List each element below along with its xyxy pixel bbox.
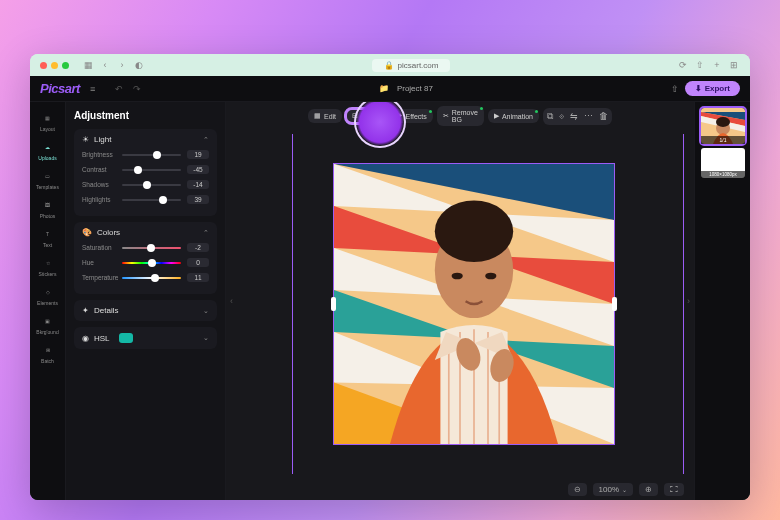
browser-window: ▦ ‹ › ◐ 🔒 picsart.com ⟳ ⇧ + ⊞ Picsart ≡ …	[30, 54, 750, 500]
resize-handle-right[interactable]	[612, 297, 617, 311]
section-details[interactable]: ✦ Details ⌄	[74, 300, 217, 321]
slider-saturation[interactable]: Saturation -2	[82, 243, 209, 252]
undo-icon[interactable]: ↶	[115, 84, 123, 94]
hsl-badge	[119, 333, 133, 343]
canvas-image	[334, 164, 614, 444]
tabs-icon[interactable]: ⊞	[728, 59, 740, 71]
zoom-level[interactable]: 100% ⌄	[593, 483, 633, 496]
canvas-area: ▦Edit ⊟Adjust ✦Effects ✂Remove BG ▶Anima…	[226, 102, 694, 500]
section-colors: 🎨 Colors ⌃ Saturation -2 Hue	[74, 222, 217, 294]
more-icon[interactable]: ⋯	[584, 111, 593, 122]
guide-left	[292, 134, 293, 474]
canvas-prev-icon[interactable]: ‹	[228, 288, 235, 314]
zoom-in-button[interactable]: ⊕	[639, 483, 658, 496]
section-hsl[interactable]: ◉ HSL ⌄	[74, 327, 217, 349]
traffic-lights[interactable]	[40, 62, 69, 69]
slider-hue[interactable]: Hue 0	[82, 258, 209, 267]
tool-transform-group: ⧉ ⟐ ⇋ ⋯ 🗑	[543, 108, 612, 125]
share-icon[interactable]: ⇧	[694, 59, 706, 71]
folder-icon: 📁	[379, 84, 389, 93]
contextual-toolbar: ▦Edit ⊟Adjust ✦Effects ✂Remove BG ▶Anima…	[308, 106, 612, 126]
tool-animation[interactable]: ▶Animation	[488, 109, 539, 123]
sparkle-icon: ✦	[82, 306, 89, 315]
tool-edit[interactable]: ▦Edit	[308, 109, 342, 123]
url-host: picsart.com	[398, 61, 439, 70]
layer-thumb-1[interactable]: 1/1	[701, 108, 745, 144]
project-name[interactable]: Project 87	[397, 84, 433, 93]
layer-thumb-blank[interactable]: 1080×1080px	[701, 148, 745, 178]
canvas-bottom-bar: ⊖ 100% ⌄ ⊕ ⛶	[568, 483, 684, 496]
rail-item-templates[interactable]: ▭Templates	[33, 166, 63, 193]
zoom-out-button[interactable]: ⊖	[568, 483, 587, 496]
shield-icon[interactable]: ◐	[133, 59, 145, 71]
svg-point-12	[485, 273, 496, 280]
sidebar-toggle-icon[interactable]: ▦	[82, 59, 94, 71]
lock-icon: 🔒	[384, 61, 394, 70]
refresh-icon[interactable]: ⟳	[677, 59, 689, 71]
redo-icon[interactable]: ↷	[133, 84, 141, 94]
rail-item-elements[interactable]: ◇Elements	[33, 282, 63, 309]
slider-shadows[interactable]: Shadows -14	[82, 180, 209, 189]
app-topbar: Picsart ≡ ↶ ↷ 📁 Project 87 ⇧ ⬇ Export	[30, 76, 750, 102]
resize-handle-left[interactable]	[331, 297, 336, 311]
rail-item-stickers[interactable]: ☆Stickers	[33, 253, 63, 280]
sun-icon: ☀	[82, 135, 89, 144]
menu-icon[interactable]: ≡	[90, 84, 95, 94]
duplicate-icon[interactable]: ⧉	[547, 111, 553, 122]
tool-effects[interactable]: ✦Effects	[391, 109, 433, 123]
guide-right	[683, 134, 684, 474]
section-light: ☀ Light ⌃ Brightness 19 Contrast	[74, 129, 217, 216]
download-icon: ⬇	[695, 84, 702, 93]
rail-item-batch[interactable]: ⊞Batch	[33, 340, 63, 367]
canvas-next-icon[interactable]: ›	[685, 288, 692, 314]
adjustment-panel: Adjustment ☀ Light ⌃ Brightness 19	[66, 102, 226, 500]
chevron-up-icon: ⌃	[203, 136, 209, 144]
section-head-colors[interactable]: 🎨 Colors ⌃	[82, 228, 209, 237]
section-head-light[interactable]: ☀ Light ⌃	[82, 135, 209, 144]
tool-removebg[interactable]: ✂Remove BG	[437, 106, 484, 126]
slider-temperature[interactable]: Temperature 11	[82, 273, 209, 282]
app-main: ▦Layout ☁Uploads ▭Templates 🖼Photos TTex…	[30, 102, 750, 500]
panel-title: Adjustment	[74, 110, 217, 121]
left-icon-rail: ▦Layout ☁Uploads ▭Templates 🖼Photos TTex…	[30, 102, 66, 500]
palette-icon: 🎨	[82, 228, 92, 237]
brand-logo[interactable]: Picsart	[40, 81, 80, 96]
artboard[interactable]	[334, 164, 614, 444]
rail-item-photos[interactable]: 🖼Photos	[33, 195, 63, 222]
svg-point-11	[452, 273, 463, 280]
chevron-down-icon: ⌄	[203, 307, 209, 315]
browser-toolbar: ▦ ‹ › ◐ 🔒 picsart.com ⟳ ⇧ + ⊞	[30, 54, 750, 76]
rail-item-text[interactable]: TText	[33, 224, 63, 251]
new-tab-icon[interactable]: +	[711, 59, 723, 71]
chevron-down-icon: ⌄	[203, 334, 209, 342]
svg-point-25	[716, 117, 730, 127]
crop-icon[interactable]: ⟐	[559, 111, 564, 122]
rail-item-layout[interactable]: ▦Layout	[33, 108, 63, 135]
slider-brightness[interactable]: Brightness 19	[82, 150, 209, 159]
fit-screen-button[interactable]: ⛶	[664, 483, 684, 496]
share-app-icon[interactable]: ⇧	[671, 84, 679, 94]
nav-forward-icon[interactable]: ›	[116, 59, 128, 71]
flip-icon[interactable]: ⇋	[570, 111, 578, 122]
slider-contrast[interactable]: Contrast -45	[82, 165, 209, 174]
hsl-icon: ◉	[82, 334, 89, 343]
chevron-down-icon: ⌄	[622, 486, 627, 493]
chevron-up-icon: ⌃	[203, 229, 209, 237]
export-button[interactable]: ⬇ Export	[685, 81, 740, 96]
picsart-app: Picsart ≡ ↶ ↷ 📁 Project 87 ⇧ ⬇ Export	[30, 76, 750, 500]
address-bar[interactable]: 🔒 picsart.com	[150, 59, 672, 72]
delete-icon[interactable]: 🗑	[599, 111, 608, 122]
rail-item-background[interactable]: ▣Bkrg'ound	[33, 311, 63, 338]
rail-item-uploads[interactable]: ☁Uploads	[33, 137, 63, 164]
tool-adjust[interactable]: ⊟Adjust	[346, 109, 386, 123]
canvas[interactable]	[264, 134, 684, 474]
slider-highlights[interactable]: Highlights 39	[82, 195, 209, 204]
layers-rail: 1/1 1080×1080px	[694, 102, 750, 500]
nav-back-icon[interactable]: ‹	[99, 59, 111, 71]
svg-point-10	[435, 200, 513, 262]
